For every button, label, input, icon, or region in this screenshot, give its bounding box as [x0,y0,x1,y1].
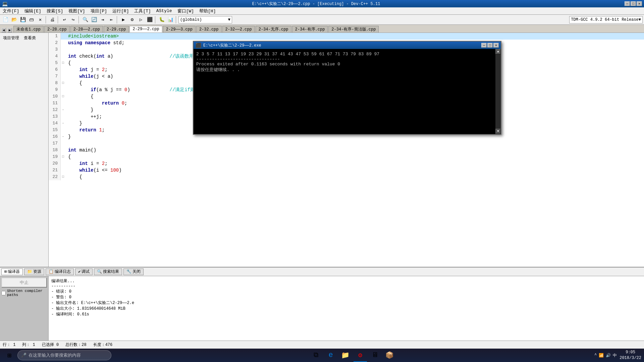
tab-nav-right[interactable]: ▶ [7,28,12,33]
tab-2-29[interactable]: 2-29.cpp [104,26,129,33]
console-window[interactable]: ⬛ E:\c++\实验二\2-29——2.exe — □ ✕ 2 3 5 7 1… [193,41,501,135]
console-maximize[interactable]: □ [487,43,493,48]
replace-button[interactable]: 🔄 [90,16,98,24]
console-minimize[interactable]: — [481,43,487,48]
sidebar-tab-project[interactable]: 项目管理 [1,34,21,42]
unindent-button[interactable]: ⇤ [107,16,115,24]
tab-2-32[interactable]: 2-32.cpp [196,26,222,33]
taskbar-app-explorer[interactable]: 📁 [339,349,352,362]
console-title: E:\c++\实验二\2-29——2.exe [203,43,481,48]
console-scrollbar[interactable]: ▲ ▼ [495,49,501,134]
save-all-button[interactable]: 🗃 [28,16,36,24]
bottom-tab-close[interactable]: 🔧 关闭 [123,268,144,275]
compiler-output-errors: - 错误: 0 [51,289,641,294]
shorten-paths-checkbox[interactable] [1,291,6,295]
menu-item-e[interactable]: 编辑[E] [22,7,44,14]
toolbar-sep-2 [58,16,59,23]
minimize-button[interactable]: — [625,1,630,6]
tab-2-34-sorted[interactable]: 2-34-有序.cpp [292,26,328,33]
bottom-tab-compiler[interactable]: ⊞ 编译器 [1,268,23,275]
shorten-paths-label: Shorten compiler paths [7,289,47,297]
code-line-20: 20 int i = 2; [49,160,644,167]
menu-item-w[interactable]: 窗口[W] [175,7,197,14]
start-button[interactable]: ⊞ [3,349,16,362]
taskbar-app-devcpp[interactable]: ⚙ [354,349,367,362]
compiler-tab-icon: ⊞ [4,269,7,274]
indent-button[interactable]: ⇥ [99,16,107,24]
debug-tab-icon: ✔ [78,269,80,274]
scroll-down-arrow[interactable]: ▼ [495,129,501,134]
undo-button[interactable]: ↩ [60,16,68,24]
menu-item-r[interactable]: 运行[R] [110,7,131,14]
scope-dropdown[interactable]: (globals) ▼ [178,16,232,23]
status-bar: 行： 1 列： 1 已选择 0 总行数：28 长度：476 [0,341,644,349]
tab-2-29-2[interactable]: 2-29——2.cpp [129,26,162,33]
taskbar-app-app2[interactable]: 📦 [383,349,396,362]
debug-button[interactable]: 🐛 [158,16,166,24]
compiler-dropdown[interactable]: TDM-GCC 4.9.2 64-bit Release ▼ [569,16,643,23]
app2-icon: 📦 [385,351,394,359]
tab-2-34-unsorted[interactable]: 2-34-无序.cpp [256,26,291,33]
scroll-up-arrow[interactable]: ▲ [495,49,501,54]
code-line-17: 17 [49,140,644,147]
tab-2-28-2[interactable]: 2-28——2.cpp [70,26,103,33]
compile-button[interactable]: ⚙ [128,16,136,24]
find-button[interactable]: 🔍 [81,16,89,24]
menu-item-s[interactable]: 搜索[S] [44,7,66,14]
compiler-output-panel: 编译结果... ---------- - 错误: 0 - 警告: 0 - 输出文… [49,276,644,341]
search-tab-label: 搜索结果 [103,269,119,275]
menu-item-p[interactable]: 项目[P] [88,7,110,14]
status-selected: 已选择 0 [42,342,59,348]
taskbar-app-edge[interactable]: e [324,349,337,362]
menu-bar: 文件[F]编辑[E]搜索[S]视图[V]项目[P]运行[R]工具[T]AStyl… [0,7,644,15]
windows-icon: ⊞ [7,351,11,360]
maximize-button[interactable]: □ [631,1,636,6]
save-file-button[interactable]: 💾 [19,16,27,24]
search-mic-icon: 🎤 [21,353,26,358]
console-close[interactable]: ✕ [493,43,499,48]
close-file-button[interactable]: ✕ [36,16,44,24]
menu-item-f[interactable]: 文件[F] [0,7,22,14]
bottom-tab-search[interactable]: 🔍 搜索结果 [94,268,122,275]
toolbar-sep-3 [78,16,80,23]
toolbar: 📄 📂 💾 🗃 ✕ 🖨 ↩ ↪ 🔍 🔄 ⇥ ⇤ ▶ ⚙ ▷ ⬛ 🐛 📊 (glo… [0,15,644,25]
compiler-output-sep: ---------- [51,284,641,289]
tray-arrow[interactable]: ^ [594,353,597,358]
profile-button[interactable]: 📊 [166,16,174,24]
close-button[interactable]: ✕ [637,1,642,6]
open-file-button[interactable]: 📂 [10,16,18,24]
bottom-tab-log[interactable]: 📋 编译日志 [46,268,74,275]
tray-ime: 中 [613,353,617,358]
bottom-tab-resources[interactable]: 📁 资源 [24,268,44,275]
status-lines: 总行数：28 [65,342,86,348]
menu-item-t[interactable]: 工具[T] [131,7,153,14]
menu-item-h[interactable]: 帮助[H] [197,7,218,14]
taskbar-app-task-view[interactable]: ⧉ [309,349,323,362]
menu-item-astyle[interactable]: AStyle [154,7,175,14]
status-col: 列： 1 [22,342,35,348]
sidebar-tab-class[interactable]: 查看类 [22,34,38,42]
run-button[interactable]: ▷ [137,16,145,24]
menu-item-v[interactable]: 视图[V] [66,7,88,14]
log-tab-icon: 📋 [49,269,54,274]
new-file-button[interactable]: 📄 [1,16,9,24]
toolbar-sep-4 [117,16,118,23]
tab-2-28[interactable]: 2-28.cpp [44,26,70,33]
print-button[interactable]: 🖨 [48,16,56,24]
taskbar-app-app1[interactable]: 🖥 [368,349,382,362]
code-editor[interactable]: 1 #include<iostream> 2 using namespace s… [49,33,644,267]
compile-run-button[interactable]: ▶ [119,16,127,24]
stop-compile-button[interactable]: 中止 [1,278,47,288]
stop-button[interactable]: ⬛ [146,16,154,24]
clock[interactable]: 9:05 2018/3/22 [620,350,641,361]
bottom-tab-debug[interactable]: ✔ 调试 [75,268,93,275]
tab-2-34-sorted-clean[interactable]: 2-34-有序-简洁版.cpp [328,26,379,33]
tab-2-29-3[interactable]: 2-29——3.cpp [163,26,196,33]
tab-2-32-2[interactable]: 2-32——2.cpp [222,26,255,33]
scroll-track[interactable] [495,54,501,129]
taskbar-search[interactable]: 🎤 在这里输入你要搜索的内容 [17,350,111,360]
redo-button[interactable]: ↪ [69,16,77,24]
compiler-output-size: - 输出大小: 1.83196640014648 MiB [51,306,641,311]
tab-nav-left[interactable]: ◀ [1,28,6,33]
tab-unammed1[interactable]: 未命名1.cpp [13,26,44,33]
